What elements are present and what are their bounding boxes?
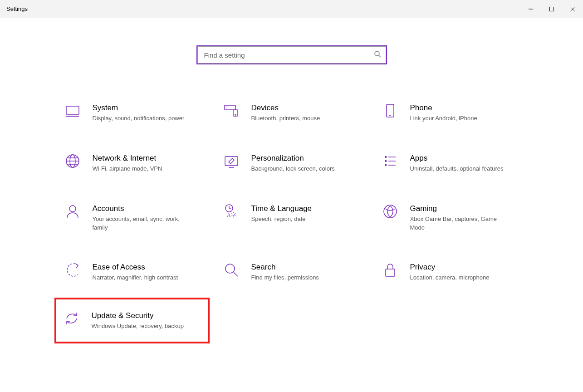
- svg-line-5: [379, 55, 381, 57]
- network-icon: [64, 153, 82, 171]
- tile-title: Apps: [410, 154, 520, 163]
- svg-point-35: [225, 264, 235, 273]
- devices-icon: [222, 103, 240, 121]
- svg-rect-25: [385, 164, 387, 166]
- tile-title: Network & Internet: [93, 154, 202, 163]
- tile-title: System: [93, 103, 202, 113]
- svg-text:A字: A字: [227, 212, 236, 218]
- svg-point-29: [69, 206, 76, 212]
- tile-title: Phone: [410, 103, 520, 113]
- tile-desc: Bluetooth, printers, mouse: [251, 114, 347, 123]
- svg-point-4: [375, 51, 379, 56]
- svg-point-34: [384, 205, 397, 218]
- tile-title: Ease of Access: [93, 263, 202, 272]
- tile-network[interactable]: Network & Internet Wi-Fi, airplane mode,…: [63, 151, 203, 175]
- tile-desc: Link your Android, iPhone: [410, 114, 505, 123]
- search-icon: [374, 50, 381, 59]
- apps-icon: [381, 153, 399, 171]
- personalization-icon: [222, 153, 240, 171]
- tile-desc: Wi-Fi, airplane mode, VPN: [93, 165, 188, 173]
- settings-grid: System Display, sound, notifications, po…: [63, 101, 521, 331]
- tile-accounts[interactable]: Accounts Your accounts, email, sync, wor…: [63, 201, 203, 234]
- tile-desc: Find my files, permissions: [251, 274, 347, 282]
- gaming-icon: [381, 203, 399, 221]
- svg-rect-14: [387, 104, 394, 117]
- update-security-icon: [63, 310, 81, 328]
- tile-system[interactable]: System Display, sound, notifications, po…: [63, 101, 203, 125]
- titlebar: Settings: [0, 0, 583, 18]
- tile-ease[interactable]: Ease of Access Narrator, magnifier, high…: [63, 260, 203, 284]
- tile-desc: Uninstall, defaults, optional features: [410, 165, 505, 173]
- maximize-button[interactable]: [541, 0, 562, 18]
- tile-search[interactable]: Search Find my files, permissions: [221, 260, 362, 284]
- phone-icon: [381, 103, 399, 121]
- tile-desc: Background, lock screen, colors: [251, 165, 347, 173]
- search-category-icon: [222, 262, 240, 280]
- system-icon: [64, 103, 82, 121]
- tile-time[interactable]: A字 Time & Language Speech, region, date: [221, 201, 362, 234]
- time-language-icon: A字: [222, 203, 240, 221]
- accounts-icon: [64, 203, 82, 221]
- tile-desc: Narrator, magnifier, high contrast: [93, 274, 188, 282]
- tile-apps[interactable]: Apps Uninstall, defaults, optional featu…: [380, 151, 521, 175]
- minimize-button[interactable]: [520, 0, 541, 18]
- tile-personalization[interactable]: Personalization Background, lock screen,…: [221, 151, 362, 175]
- svg-line-36: [234, 272, 238, 276]
- tile-title: Update & Security: [92, 311, 203, 320]
- search-box-highlight: [196, 45, 387, 64]
- tile-desc: Windows Update, recovery, backup: [92, 322, 187, 331]
- svg-rect-24: [385, 160, 387, 162]
- search-input[interactable]: [204, 51, 374, 59]
- tile-phone[interactable]: Phone Link your Android, iPhone: [380, 101, 521, 125]
- tile-desc: Display, sound, notifications, power: [93, 114, 188, 123]
- tile-title: Privacy: [410, 263, 520, 272]
- privacy-icon: [381, 262, 399, 280]
- tile-title: Accounts: [93, 204, 202, 213]
- tile-desc: Xbox Game Bar, captures, Game Mode: [410, 215, 505, 232]
- svg-rect-9: [225, 105, 235, 110]
- window-controls: [520, 0, 583, 18]
- svg-rect-1: [550, 7, 554, 11]
- tile-title: Personalization: [251, 154, 361, 163]
- svg-rect-21: [225, 157, 238, 166]
- svg-rect-23: [385, 156, 387, 158]
- tile-privacy[interactable]: Privacy Location, camera, microphone: [380, 260, 521, 284]
- tile-title: Search: [251, 263, 361, 272]
- minimize-icon: [528, 6, 534, 12]
- tile-update[interactable]: Update & Security Windows Update, recove…: [54, 298, 210, 343]
- tile-desc: Speech, region, date: [251, 215, 347, 224]
- search-box[interactable]: [197, 46, 386, 64]
- tile-title: Gaming: [410, 204, 520, 213]
- tile-title: Time & Language: [251, 204, 361, 213]
- tile-gaming[interactable]: Gaming Xbox Game Bar, captures, Game Mod…: [380, 201, 521, 234]
- close-button[interactable]: [562, 0, 583, 18]
- maximize-icon: [549, 6, 554, 12]
- tile-desc: Your accounts, email, sync, work, family: [93, 215, 188, 232]
- svg-rect-37: [386, 269, 395, 276]
- tile-title: Devices: [251, 103, 361, 113]
- svg-point-13: [235, 114, 236, 115]
- tile-desc: Location, camera, microphone: [410, 274, 505, 282]
- ease-of-access-icon: [64, 262, 82, 280]
- svg-rect-6: [66, 106, 79, 114]
- content: System Display, sound, notifications, po…: [0, 18, 583, 331]
- tile-devices[interactable]: Devices Bluetooth, printers, mouse: [221, 101, 362, 125]
- window-title: Settings: [0, 5, 28, 12]
- close-icon: [570, 6, 575, 12]
